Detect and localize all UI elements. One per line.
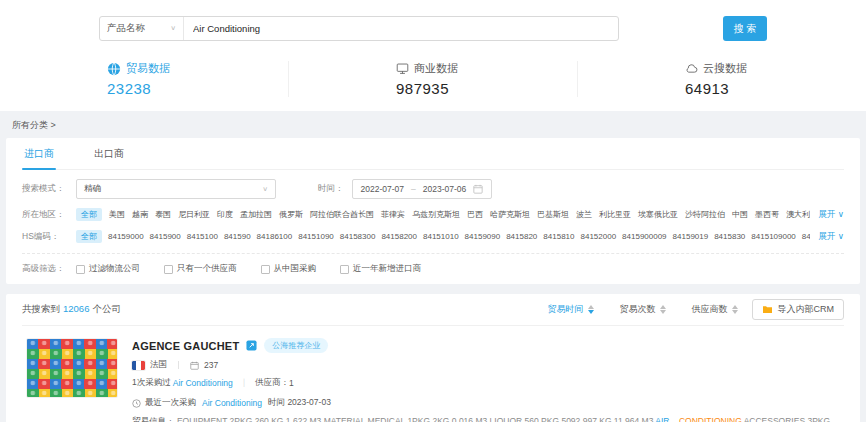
suppliers-label: 供应商： — [255, 377, 289, 389]
date-end: 2023-07-06 — [423, 184, 466, 194]
search-input[interactable] — [184, 23, 618, 34]
region-option[interactable]: 巴基斯坦 — [537, 209, 569, 220]
stat-cloud-search-data[interactable]: 云搜数据 64913 — [577, 61, 866, 97]
hs-code-option-all[interactable]: 全部 — [76, 230, 102, 243]
company-detail-icon[interactable] — [246, 340, 257, 351]
search-mode-select[interactable]: 精确 ∨ — [76, 179, 276, 199]
suppliers-count: 1 — [289, 378, 294, 388]
hs-code-option[interactable]: 84159090 — [465, 232, 501, 241]
advanced-filter-row: 高级筛选： 过滤物流公司 只有一个供应商 从中国采购 近一年新增进口商 — [22, 263, 844, 275]
company-name[interactable]: AGENCE GAUCHET — [132, 340, 239, 352]
company-list: AGENCE GAUCHET 公海推荐企业 法国 237 1次采购过 Air C… — [22, 326, 844, 422]
hs-code-option[interactable]: 8415820 — [506, 232, 537, 241]
region-option[interactable]: 菲律宾 — [381, 209, 405, 220]
hs-code-option[interactable]: 84158200 — [381, 232, 417, 241]
region-option[interactable]: 乌兹别克斯坦 — [412, 209, 460, 220]
hs-code-option[interactable]: 841590 — [224, 232, 251, 241]
hs-code-option[interactable]: 84151090 — [298, 232, 334, 241]
results-header: 共搜索到 12066 个公司 贸易时间 贸易次数 供应商数 导入内部CRM — [22, 294, 844, 326]
stat-value: 23238 — [107, 80, 181, 97]
trade-info-line: 贸易信息： EQUIPMENT 2PKG 260 KG 1.622 M3 MAT… — [132, 416, 840, 422]
hs-code-option[interactable]: 84186100 — [257, 232, 293, 241]
sort-option[interactable]: 供应商数 — [692, 303, 738, 316]
stat-value: 987935 — [396, 80, 470, 97]
advanced-filter-option[interactable]: 从中国采购 — [261, 263, 317, 275]
checkbox-icon[interactable] — [164, 265, 173, 274]
company-thumbnail[interactable] — [26, 338, 118, 398]
breadcrumb-all-categories[interactable]: 所有分类 > — [0, 111, 866, 138]
region-option[interactable]: 孟加拉国 — [240, 209, 272, 220]
checkbox-icon[interactable] — [261, 265, 270, 274]
region-option[interactable]: 波兰 — [576, 209, 592, 220]
date-range-picker[interactable]: 2022-07-07 – 2023-07-06 — [352, 179, 493, 199]
region-option[interactable]: 利比里亚 — [599, 209, 631, 220]
hs-code-option[interactable]: 84151010 — [423, 232, 459, 241]
hs-code-expand-link[interactable]: 展开 ∨ — [814, 231, 844, 243]
checkbox-icon[interactable] — [76, 265, 85, 274]
trade-keyword-highlight: AIR — [655, 416, 669, 422]
chevron-down-icon: ∨ — [262, 185, 268, 192]
hs-code-option[interactable]: 8415100 — [187, 232, 218, 241]
region-option[interactable]: 美国 — [109, 209, 125, 220]
app-window: 产品名称 ∨ 搜 索 贸易数据 23238 — [0, 0, 866, 422]
hs-code-option[interactable]: 84159019 — [673, 232, 709, 241]
region-option[interactable]: 澳大利亚 — [786, 209, 810, 220]
tab[interactable]: 出口商 — [92, 138, 126, 169]
region-option-all[interactable]: 全部 — [76, 208, 102, 221]
advanced-filter-option[interactable]: 近一年新增进口商 — [340, 263, 421, 275]
hs-code-option[interactable]: 84158300 — [340, 232, 376, 241]
region-expand-link[interactable]: 展开 ∨ — [814, 209, 844, 221]
stat-trade-data[interactable]: 贸易数据 23238 — [0, 61, 288, 97]
results-count: 共搜索到 12066 个公司 — [22, 303, 121, 316]
region-option[interactable]: 中国 — [732, 209, 748, 220]
stat-business-data[interactable]: 商业数据 987935 — [288, 61, 577, 97]
advanced-filter-label: 高级筛选： — [22, 263, 76, 275]
hs-code-option[interactable]: 8415900 — [150, 232, 181, 241]
region-option[interactable]: 埃塞俄比亚 — [638, 209, 678, 220]
folder-icon — [762, 305, 773, 314]
import-to-crm-button[interactable]: 导入内部CRM — [752, 299, 845, 320]
sort-option[interactable]: 贸易次数 — [620, 303, 666, 316]
hs-code-option[interactable]: 8415830 — [714, 232, 745, 241]
date-separator: – — [411, 184, 416, 194]
region-option[interactable]: 俄罗斯 — [279, 209, 303, 220]
stat-label: 云搜数据 — [703, 61, 747, 76]
sort-arrows-icon — [660, 305, 666, 314]
stat-value: 64913 — [685, 80, 759, 97]
region-option[interactable]: 哈萨克斯坦 — [490, 209, 530, 220]
region-option[interactable]: 泰国 — [155, 209, 171, 220]
date-start: 2022-07-07 — [361, 184, 404, 194]
hs-code-option[interactable]: 8415109000 — [751, 232, 796, 241]
region-option[interactable]: 印度 — [217, 209, 233, 220]
advanced-filter-option[interactable]: 只有一个供应商 — [164, 263, 237, 275]
advanced-filter-option[interactable]: 过滤物流公司 — [76, 263, 140, 275]
region-option[interactable]: 墨西哥 — [755, 209, 779, 220]
search-section: 产品名称 ∨ 搜 索 贸易数据 23238 — [0, 0, 866, 111]
sort-option[interactable]: 贸易时间 — [548, 303, 594, 316]
region-option[interactable]: 阿拉伯联合酋长国 — [310, 209, 374, 220]
search-button[interactable]: 搜 索 — [723, 16, 767, 41]
filter-panel: 进口商 出口商 搜索模式： 精确 ∨ 时间： 2022-07-07 – 2023… — [6, 138, 860, 284]
divider — [178, 361, 179, 369]
region-option[interactable]: 尼日利亚 — [178, 209, 210, 220]
hs-code-option[interactable]: 84152000 — [580, 232, 616, 241]
sort-arrows-icon — [588, 305, 594, 314]
tab[interactable]: 进口商 — [22, 138, 56, 169]
region-option[interactable]: 巴西 — [467, 209, 483, 220]
clock-icon — [132, 399, 141, 408]
region-option[interactable]: 沙特阿拉伯 — [685, 209, 725, 220]
search-category-dropdown[interactable]: 产品名称 ∨ — [100, 17, 184, 40]
purchase-keyword[interactable]: Air Conditioning — [173, 378, 233, 388]
last-purchase-date: 时间 2023-07-03 — [268, 397, 331, 409]
region-option[interactable]: 越南 — [132, 209, 148, 220]
last-purchase-prefix: 最近一次采购 — [145, 397, 196, 409]
hs-code-option[interactable]: 84159000 — [108, 232, 144, 241]
hs-code-option[interactable]: 8415810 — [543, 232, 574, 241]
last-purchase-keyword[interactable]: Air Conditioning — [202, 398, 262, 408]
search-mode-row: 搜索模式： 精确 ∨ 时间： 2022-07-07 – 2023-07-06 — [22, 179, 844, 199]
checkbox-icon[interactable] — [340, 265, 349, 274]
hs-code-option[interactable]: 8415900009 — [622, 232, 667, 241]
hs-code-option[interactable]: 84818099 — [802, 232, 810, 241]
advanced-filter-option-label: 过滤物流公司 — [89, 263, 140, 275]
hs-code-filter-row: HS编码： 全部 84159000 8415900 8415100 841590… — [22, 230, 844, 243]
